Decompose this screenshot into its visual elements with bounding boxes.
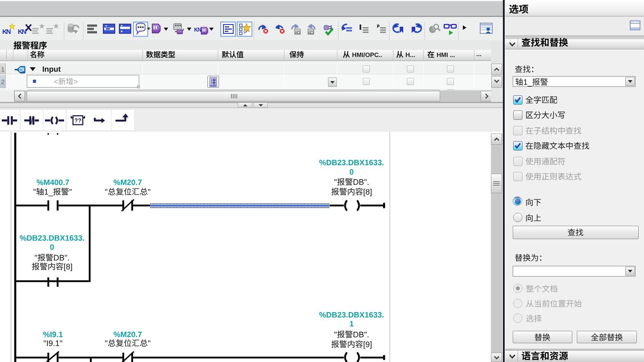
svg-text:ΚΝ: ΚΝ — [194, 27, 201, 33]
svg-text:??: ?? — [74, 117, 81, 124]
